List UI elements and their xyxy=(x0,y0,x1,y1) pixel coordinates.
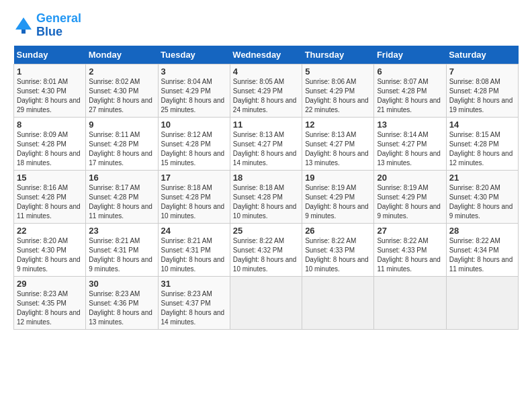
day-number: 24 xyxy=(161,226,227,236)
day-number: 16 xyxy=(89,173,154,183)
calendar-cell: 7 Sunrise: 8:08 AMSunset: 4:28 PMDayligh… xyxy=(446,64,518,117)
calendar-cell xyxy=(230,276,302,329)
day-info: Sunrise: 8:13 AMSunset: 4:27 PMDaylight:… xyxy=(233,131,297,167)
day-info: Sunrise: 8:19 AMSunset: 4:29 PMDaylight:… xyxy=(305,184,369,220)
calendar-cell: 11 Sunrise: 8:13 AMSunset: 4:27 PMDaylig… xyxy=(230,117,302,170)
day-info: Sunrise: 8:15 AMSunset: 4:28 PMDaylight:… xyxy=(449,131,513,167)
weekday-tuesday: Tuesday xyxy=(158,46,230,64)
day-info: Sunrise: 8:22 AMSunset: 4:33 PMDaylight:… xyxy=(305,237,369,273)
day-number: 18 xyxy=(233,173,299,183)
calendar-cell: 19 Sunrise: 8:19 AMSunset: 4:29 PMDaylig… xyxy=(302,170,374,223)
day-info: Sunrise: 8:22 AMSunset: 4:34 PMDaylight:… xyxy=(449,237,513,273)
calendar-cell: 23 Sunrise: 8:21 AMSunset: 4:31 PMDaylig… xyxy=(86,223,158,276)
calendar-cell: 29 Sunrise: 8:23 AMSunset: 4:35 PMDaylig… xyxy=(14,276,86,329)
calendar-cell: 25 Sunrise: 8:22 AMSunset: 4:32 PMDaylig… xyxy=(230,223,302,276)
day-info: Sunrise: 8:21 AMSunset: 4:31 PMDaylight:… xyxy=(161,237,225,273)
day-number: 5 xyxy=(305,66,371,77)
day-number: 26 xyxy=(305,226,371,236)
day-number: 9 xyxy=(89,120,154,130)
calendar-cell xyxy=(446,276,518,329)
calendar-cell xyxy=(374,276,446,329)
day-number: 2 xyxy=(89,66,154,77)
week-row-2: 8 Sunrise: 8:09 AMSunset: 4:28 PMDayligh… xyxy=(14,117,519,170)
week-row-5: 29 Sunrise: 8:23 AMSunset: 4:35 PMDaylig… xyxy=(14,276,519,329)
day-number: 28 xyxy=(449,226,515,236)
day-number: 30 xyxy=(89,279,154,289)
day-info: Sunrise: 8:07 AMSunset: 4:28 PMDaylight:… xyxy=(377,78,441,113)
day-number: 25 xyxy=(233,226,299,236)
calendar-cell: 20 Sunrise: 8:19 AMSunset: 4:29 PMDaylig… xyxy=(374,170,446,223)
day-info: Sunrise: 8:05 AMSunset: 4:29 PMDaylight:… xyxy=(233,78,297,113)
day-number: 31 xyxy=(161,279,227,289)
day-info: Sunrise: 8:23 AMSunset: 4:37 PMDaylight:… xyxy=(161,290,225,326)
calendar-cell: 4 Sunrise: 8:05 AMSunset: 4:29 PMDayligh… xyxy=(230,64,302,117)
calendar-cell: 30 Sunrise: 8:23 AMSunset: 4:36 PMDaylig… xyxy=(86,276,158,329)
day-number: 27 xyxy=(377,226,443,236)
day-info: Sunrise: 8:21 AMSunset: 4:31 PMDaylight:… xyxy=(89,237,152,273)
calendar-cell: 9 Sunrise: 8:11 AMSunset: 4:28 PMDayligh… xyxy=(86,117,158,170)
calendar-cell: 22 Sunrise: 8:20 AMSunset: 4:30 PMDaylig… xyxy=(14,223,86,276)
calendar-cell: 17 Sunrise: 8:18 AMSunset: 4:28 PMDaylig… xyxy=(158,170,230,223)
weekday-monday: Monday xyxy=(86,46,158,64)
day-info: Sunrise: 8:22 AMSunset: 4:33 PMDaylight:… xyxy=(377,237,441,273)
day-number: 20 xyxy=(377,173,443,183)
calendar-cell: 16 Sunrise: 8:17 AMSunset: 4:28 PMDaylig… xyxy=(86,170,158,223)
weekday-friday: Friday xyxy=(374,46,446,64)
day-info: Sunrise: 8:18 AMSunset: 4:28 PMDaylight:… xyxy=(233,184,297,220)
calendar-cell: 28 Sunrise: 8:22 AMSunset: 4:34 PMDaylig… xyxy=(446,223,518,276)
calendar-cell: 2 Sunrise: 8:02 AMSunset: 4:30 PMDayligh… xyxy=(86,64,158,117)
main-container: General Blue SundayMondayTuesdayWednesda… xyxy=(0,0,532,336)
weekday-sunday: Sunday xyxy=(14,46,86,64)
calendar-cell: 18 Sunrise: 8:18 AMSunset: 4:28 PMDaylig… xyxy=(230,170,302,223)
day-number: 11 xyxy=(233,120,299,130)
calendar-cell: 14 Sunrise: 8:15 AMSunset: 4:28 PMDaylig… xyxy=(446,117,518,170)
day-info: Sunrise: 8:23 AMSunset: 4:35 PMDaylight:… xyxy=(17,290,81,326)
day-info: Sunrise: 8:19 AMSunset: 4:29 PMDaylight:… xyxy=(377,184,441,220)
day-info: Sunrise: 8:20 AMSunset: 4:30 PMDaylight:… xyxy=(449,184,513,220)
logo-icon xyxy=(13,15,34,36)
day-number: 1 xyxy=(17,66,83,77)
week-row-1: 1 Sunrise: 8:01 AMSunset: 4:30 PMDayligh… xyxy=(14,64,519,117)
logo: General Blue xyxy=(13,12,81,39)
day-info: Sunrise: 8:14 AMSunset: 4:27 PMDaylight:… xyxy=(377,131,441,167)
day-number: 19 xyxy=(305,173,371,183)
calendar-cell: 24 Sunrise: 8:21 AMSunset: 4:31 PMDaylig… xyxy=(158,223,230,276)
day-info: Sunrise: 8:20 AMSunset: 4:30 PMDaylight:… xyxy=(17,237,81,273)
day-info: Sunrise: 8:22 AMSunset: 4:32 PMDaylight:… xyxy=(233,237,297,273)
calendar-cell: 6 Sunrise: 8:07 AMSunset: 4:28 PMDayligh… xyxy=(374,64,446,117)
day-number: 6 xyxy=(377,66,443,77)
day-number: 29 xyxy=(17,279,83,289)
day-info: Sunrise: 8:08 AMSunset: 4:28 PMDaylight:… xyxy=(449,78,513,113)
calendar-cell: 8 Sunrise: 8:09 AMSunset: 4:28 PMDayligh… xyxy=(14,117,86,170)
day-number: 13 xyxy=(377,120,443,130)
day-number: 3 xyxy=(161,66,227,77)
calendar-cell: 10 Sunrise: 8:12 AMSunset: 4:28 PMDaylig… xyxy=(158,117,230,170)
day-number: 22 xyxy=(17,226,83,236)
calendar-cell: 3 Sunrise: 8:04 AMSunset: 4:29 PMDayligh… xyxy=(158,64,230,117)
day-info: Sunrise: 8:23 AMSunset: 4:36 PMDaylight:… xyxy=(89,290,152,326)
day-info: Sunrise: 8:12 AMSunset: 4:28 PMDaylight:… xyxy=(161,131,225,167)
week-row-3: 15 Sunrise: 8:16 AMSunset: 4:28 PMDaylig… xyxy=(14,170,519,223)
day-info: Sunrise: 8:11 AMSunset: 4:28 PMDaylight:… xyxy=(89,131,152,167)
day-info: Sunrise: 8:06 AMSunset: 4:29 PMDaylight:… xyxy=(305,78,369,113)
header: General Blue xyxy=(13,12,519,39)
day-info: Sunrise: 8:01 AMSunset: 4:30 PMDaylight:… xyxy=(17,78,81,113)
week-row-4: 22 Sunrise: 8:20 AMSunset: 4:30 PMDaylig… xyxy=(14,223,519,276)
day-info: Sunrise: 8:09 AMSunset: 4:28 PMDaylight:… xyxy=(17,131,81,167)
day-number: 4 xyxy=(233,66,299,77)
weekday-wednesday: Wednesday xyxy=(230,46,302,64)
day-number: 7 xyxy=(449,66,515,77)
day-number: 10 xyxy=(161,120,227,130)
weekday-thursday: Thursday xyxy=(302,46,374,64)
weekday-header-row: SundayMondayTuesdayWednesdayThursdayFrid… xyxy=(14,46,519,64)
weekday-saturday: Saturday xyxy=(446,46,518,64)
day-info: Sunrise: 8:16 AMSunset: 4:28 PMDaylight:… xyxy=(17,184,81,220)
calendar-table: SundayMondayTuesdayWednesdayThursdayFrid… xyxy=(13,46,519,330)
calendar-cell: 15 Sunrise: 8:16 AMSunset: 4:28 PMDaylig… xyxy=(14,170,86,223)
day-info: Sunrise: 8:17 AMSunset: 4:28 PMDaylight:… xyxy=(89,184,152,220)
day-info: Sunrise: 8:18 AMSunset: 4:28 PMDaylight:… xyxy=(161,184,225,220)
day-info: Sunrise: 8:13 AMSunset: 4:27 PMDaylight:… xyxy=(305,131,369,167)
day-info: Sunrise: 8:04 AMSunset: 4:29 PMDaylight:… xyxy=(161,78,225,113)
calendar-cell: 5 Sunrise: 8:06 AMSunset: 4:29 PMDayligh… xyxy=(302,64,374,117)
day-number: 21 xyxy=(449,173,515,183)
